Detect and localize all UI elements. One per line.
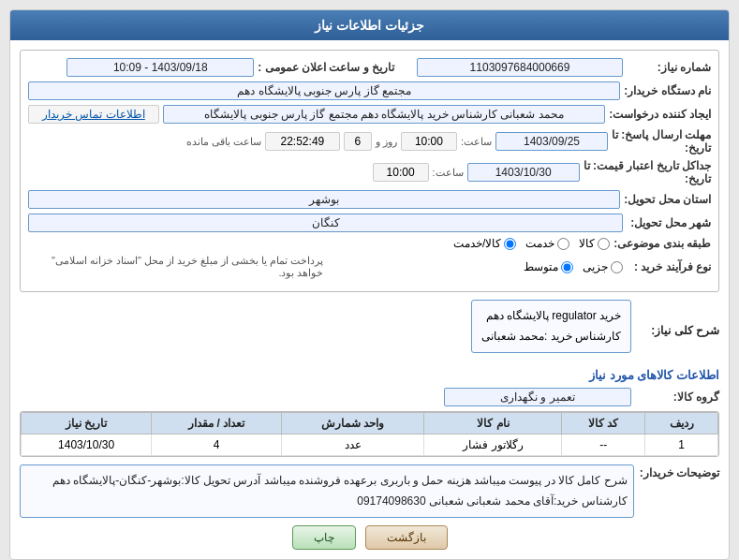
mohlet-baqi-value: 22:52:49 <box>265 132 340 151</box>
col-vahed: واحد شمارش <box>282 413 424 435</box>
page-header: جزئیات اطلاعات نیاز <box>10 10 729 40</box>
radio-kala-khadamat-label: کالا/خدمت <box>453 237 501 250</box>
tabaqa-label: طبقه بندی موضوعی: <box>613 237 711 250</box>
page-title: جزئیات اطلاعات نیاز <box>315 18 424 33</box>
sarh-box: خرید regulator پالایشگاه دهم کارشناس خری… <box>471 300 631 353</box>
radio-kala-item[interactable]: کالا <box>579 237 610 250</box>
jadval-saaat-value: 10:00 <box>373 163 429 182</box>
shomara-niaz-value: 1103097684000669 <box>417 58 623 77</box>
tozi-line2: کارشناس خرید:آقای محمد شعبانی شعبانی 091… <box>26 492 628 512</box>
sarh-label: شرح کلی نیاز: <box>635 324 719 337</box>
nooe-note: پرداخت تمام یا بخشی از مبلغ خرید از محل … <box>28 255 324 279</box>
nooe-radio-group: جزیی متوسط <box>328 260 624 273</box>
table-cell: 1 <box>645 435 718 456</box>
col-radif: ردیف <box>645 413 718 435</box>
ostan-label: استان محل تحویل: <box>624 193 711 206</box>
kala-table: ردیف کد کالا نام کالا واحد شمارش تعداد /… <box>21 412 718 456</box>
ostan-value: بوشهر <box>28 190 620 209</box>
mohlet-rooz-label: روز و <box>376 136 397 148</box>
tarikh-value: 1403/09/18 - 10:09 <box>67 58 254 77</box>
tozi-label: توضیحات خریدار: <box>640 464 719 479</box>
mohlet-saaat-value: 10:00 <box>401 132 457 151</box>
jadval-date: 1403/10/30 <box>467 163 580 182</box>
back-button[interactable]: بازگشت <box>365 525 448 550</box>
tozi-line1: شرح کامل کالا در پیوست میباشد هزینه حمل … <box>26 471 628 492</box>
radio-jozei-input[interactable] <box>611 261 623 273</box>
jadval-row: جداکل تاریخ اعتبار قیمت: تاتاریخ: 1403/1… <box>28 159 711 185</box>
sarh-section: شرح کلی نیاز: خرید regulator پالایشگاه د… <box>20 300 719 361</box>
tozi-box: شرح کامل کالا در پیوست میباشد هزینه حمل … <box>20 464 634 518</box>
tarikh-label: تاریخ و ساعت اعلان عمومی : <box>258 61 394 74</box>
sarh-row: شرح کلی نیاز: خرید regulator پالایشگاه د… <box>20 300 719 361</box>
tabaqa-radio-group: کالا خدمت کالا/خدمت <box>28 237 610 250</box>
table-cell: -- <box>562 435 645 456</box>
table-header-row: ردیف کد کالا نام کالا واحد شمارش تعداد /… <box>22 413 718 435</box>
radio-jozei-item[interactable]: جزیی <box>583 260 623 273</box>
top-form-section: شماره نیاز: 1103097684000669 تاریخ و ساع… <box>20 50 719 292</box>
col-kod: کد کالا <box>562 413 645 435</box>
jadval-saaat-label: ساعت: <box>433 167 464 179</box>
nooe-farayand-row: نوع فرآیند خرید : جزیی متوسط پرداخت تمام… <box>28 255 711 279</box>
print-button[interactable]: چاپ <box>292 525 356 550</box>
goroh-value: تعمیر و نگهداری <box>444 388 631 406</box>
content-area: شماره نیاز: 1103097684000669 تاریخ و ساع… <box>10 40 729 559</box>
radio-khadamat-label: خدمت <box>525 237 554 250</box>
col-tarikh: تاریخ نیاز <box>22 413 152 435</box>
main-container: جزئیات اطلاعات نیاز شماره نیاز: 11030976… <box>9 9 730 560</box>
shahr-row: شهر محل تحویل: کنگان <box>28 214 711 232</box>
radio-khadamat-item[interactable]: خدمت <box>525 237 569 250</box>
table-cell: رگلاتور فشار <box>424 435 562 456</box>
shomara-niaz-label: شماره نیاز: <box>627 61 711 74</box>
jadval-label: جداکل تاریخ اعتبار قیمت: تاتاریخ: <box>584 159 711 185</box>
table-cell: 4 <box>152 435 282 456</box>
mohlet-rooz-value: 6 <box>344 132 372 151</box>
name-dastgah-value: مجتمع گاز پارس جنوبی پالایشگاه دهم <box>28 81 620 100</box>
radio-motavasset-item[interactable]: متوسط <box>524 260 573 273</box>
mohlet-ersal-label: مهلت ارسال پاسخ: تاتاریخ: <box>612 128 711 155</box>
table-cell: عدد <box>282 435 424 456</box>
shahr-value: کنگان <box>28 214 623 232</box>
goroh-label: گروه کالا: <box>635 391 719 404</box>
shahr-label: شهر محل تحویل: <box>627 216 711 229</box>
radio-motavasset-input[interactable] <box>561 261 573 273</box>
shomara-row: شماره نیاز: 1103097684000669 تاریخ و ساع… <box>28 58 711 77</box>
col-name: نام کالا <box>424 413 562 435</box>
radio-kala-khadamat-item[interactable]: کالا/خدمت <box>453 237 516 250</box>
radio-khadamat-input[interactable] <box>557 238 569 250</box>
radio-jozei-label: جزیی <box>583 260 608 273</box>
tamas-link[interactable]: اطلاعات تماس خریدار <box>28 105 159 124</box>
sarh-line1: خرید regulator پالایشگاه دهم <box>481 306 621 327</box>
name-dastgah-row: نام دستگاه خریدار: مجتمع گاز پارس جنوبی … <box>28 81 711 100</box>
col-tedad: تعداد / مقدار <box>152 413 282 435</box>
mohlet-saaat-label: ساعت: <box>461 136 492 148</box>
radio-motavasset-label: متوسط <box>524 260 558 273</box>
tabaqa-row: طبقه بندی موضوعی: کالا خدمت کالا/خدمت <box>28 237 711 250</box>
mohlet-date: 1403/09/25 <box>495 132 608 151</box>
goroh-row: گروه کالا: تعمیر و نگهداری <box>20 388 719 406</box>
buttons-row: بازگشت چاپ <box>20 525 719 550</box>
table-row: 1--رگلاتور فشارعدد41403/10/30 <box>22 435 718 456</box>
radio-kala-input[interactable] <box>598 238 610 250</box>
ij-konanda-row: ایجاد کننده درخواست: محمد شعبانی کارشناس… <box>28 105 711 124</box>
ostan-row: استان محل تحویل: بوشهر <box>28 190 711 209</box>
mohlet-baqi-label: ساعت باقی مانده <box>186 136 261 148</box>
mohlet-ersal-row: مهلت ارسال پاسخ: تاتاریخ: 1403/09/25 ساع… <box>28 128 711 155</box>
radio-kala-label: کالا <box>579 237 595 250</box>
kala-section-title: اطلاعات کالاهای مورد نیاز <box>20 368 719 382</box>
tozi-section: توضیحات خریدار: شرح کامل کالا در پیوست م… <box>20 464 719 518</box>
name-dastgah-label: نام دستگاه خریدار: <box>624 84 711 97</box>
kala-table-section: ردیف کد کالا نام کالا واحد شمارش تعداد /… <box>20 411 719 457</box>
table-cell: 1403/10/30 <box>22 435 152 456</box>
sarh-line2: کارشناس خرید :محمد شعبانی <box>481 327 621 347</box>
radio-kala-khadamat-input[interactable] <box>504 238 516 250</box>
ij-konanda-value: محمد شعبانی کارشناس خرید پالایشگاه دهم م… <box>163 105 605 124</box>
ij-konanda-label: ایجاد کننده درخواست: <box>609 108 711 121</box>
nooe-farayand-label: نوع فرآیند خرید : <box>627 260 711 273</box>
